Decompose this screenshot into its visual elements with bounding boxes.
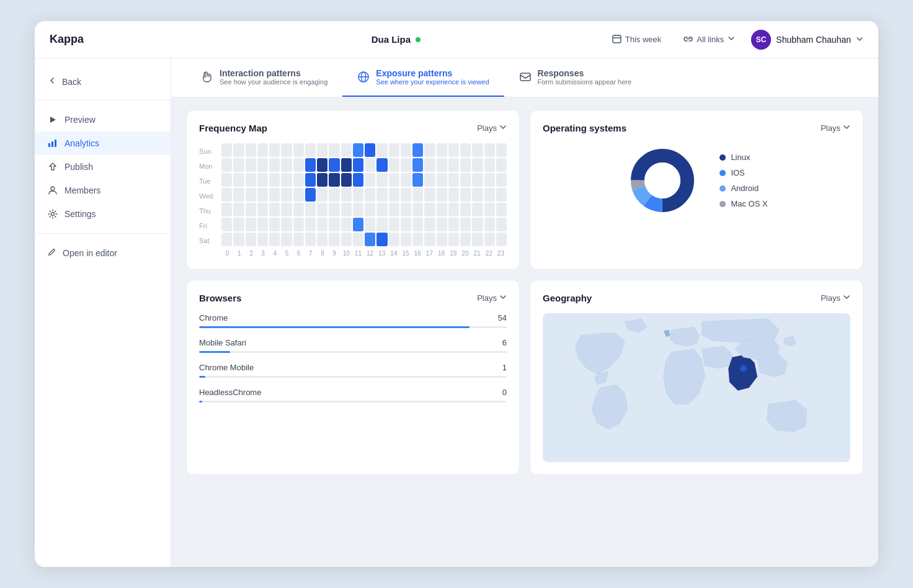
heatmap-cell xyxy=(293,143,304,157)
heatmap-hour-label: 14 xyxy=(388,250,399,257)
heatmap-cell xyxy=(257,188,268,202)
svg-rect-6 xyxy=(48,143,50,147)
all-links-button[interactable]: All links xyxy=(677,30,741,49)
legend-label: Android xyxy=(731,184,759,193)
heatmap-day-label: Mon xyxy=(199,159,216,173)
heatmap-cell xyxy=(460,158,471,172)
browser-count: 0 xyxy=(502,388,507,397)
sidebar-item-preview[interactable]: Preview xyxy=(35,108,171,131)
heatmap-cell xyxy=(484,203,495,216)
os-legend: LinuxIOSAndroidMac OS X xyxy=(719,153,767,208)
heatmap-cell xyxy=(305,143,316,157)
svg-point-20 xyxy=(644,163,680,198)
heatmap-cell xyxy=(365,158,375,172)
tab-responses-sublabel: Form submissions appear here xyxy=(538,78,632,86)
heatmap-day-label: Wed xyxy=(199,189,216,203)
user-menu[interactable]: SC Shubham Chauhan xyxy=(751,30,863,50)
heatmap-hour-label: 15 xyxy=(399,250,411,257)
tab-exposure[interactable]: Exposure patterns See where your experie… xyxy=(342,58,504,97)
operating-systems-card: Operating systems Plays xyxy=(530,110,863,270)
heatmap-cell xyxy=(389,143,399,157)
tab-exposure-sublabel: See where your experience is viewed xyxy=(376,78,489,86)
svg-rect-8 xyxy=(55,140,56,147)
heatmap-cell xyxy=(376,233,387,246)
os-control[interactable]: Plays xyxy=(821,123,850,133)
heatmap-cell xyxy=(257,158,268,172)
heatmap-cell xyxy=(376,203,387,216)
heatmap-hour-label: 19 xyxy=(447,250,459,257)
heatmap-hour-label: 16 xyxy=(412,250,424,257)
heatmap-cell xyxy=(281,233,292,246)
heatmap-x-labels: 01234567891011121314151617181920212223 xyxy=(221,250,507,257)
heatmap-cell xyxy=(317,233,327,246)
back-button[interactable]: Back xyxy=(35,71,171,92)
svg-rect-0 xyxy=(613,35,621,43)
heatmap-cell xyxy=(448,233,459,246)
heatmap-cell xyxy=(246,158,256,172)
heatmap-cell xyxy=(246,218,256,231)
heatmap-day-label: Thu xyxy=(199,204,216,218)
browsers-list: Chrome 54 Mobile Safari 6 Chrome Mobile … xyxy=(199,313,507,403)
os-donut-chart xyxy=(625,143,700,218)
sidebar-label-preview: Preview xyxy=(65,115,96,125)
browser-row: Chrome Mobile 1 xyxy=(199,363,507,378)
os-chevron xyxy=(843,123,850,133)
heatmap-cell xyxy=(496,233,507,246)
browsers-title: Browsers xyxy=(199,293,241,303)
heatmap-hour-label: 18 xyxy=(435,250,447,257)
svg-point-9 xyxy=(51,187,55,190)
heatmap-hour-label: 5 xyxy=(281,250,293,257)
tab-responses[interactable]: Responses Form submissions appear here xyxy=(504,58,647,97)
this-week-button[interactable]: This week xyxy=(606,30,668,49)
heatmap-cell xyxy=(233,158,244,172)
heatmap-cell xyxy=(341,188,352,202)
browsers-control-label: Plays xyxy=(477,293,497,303)
heatmap-cell xyxy=(221,158,232,172)
heatmap-cell xyxy=(424,188,435,202)
heatmap-cell xyxy=(233,188,244,202)
browser-count: 54 xyxy=(498,313,507,323)
browser-bar-fill xyxy=(199,401,202,403)
heatmap-hour-label: 12 xyxy=(364,250,376,257)
heatmap-hour-label: 1 xyxy=(233,250,245,257)
os-legend-item: Android xyxy=(719,184,767,193)
heatmap-cell xyxy=(353,218,363,231)
browser-row: HeadlessChrome 0 xyxy=(199,388,507,403)
browser-bar-bg xyxy=(199,376,507,378)
browser-count: 1 xyxy=(502,363,507,372)
sidebar-item-settings[interactable]: Settings xyxy=(35,202,171,226)
dashboard: Frequency Map Plays SunMonTueWedThuFriSa… xyxy=(171,97,878,488)
tab-responses-label: Responses xyxy=(538,68,632,78)
heatmap-cell xyxy=(269,233,280,246)
heatmap-cell xyxy=(353,233,363,246)
sidebar-item-publish[interactable]: Publish xyxy=(35,155,171,179)
sidebar-item-analytics[interactable]: Analytics xyxy=(35,131,171,155)
browser-name: Mobile Safari xyxy=(199,338,246,347)
heatmap-cell xyxy=(376,188,387,202)
geo-control[interactable]: Plays xyxy=(821,293,850,303)
heatmap-cell xyxy=(329,233,339,246)
tab-interaction-sublabel: See how your audience is engaging xyxy=(220,78,327,86)
heatmap-row-labels: SunMonTueWedThuFriSat xyxy=(199,143,216,257)
open-editor-button[interactable]: Open in editor xyxy=(35,241,171,265)
heatmap-cell xyxy=(401,143,411,157)
tab-interaction[interactable]: Interaction patterns See how your audien… xyxy=(186,58,342,97)
heatmap-hour-label: 23 xyxy=(495,250,507,257)
browsers-chevron xyxy=(499,293,507,303)
heatmap-cell xyxy=(341,158,352,172)
browsers-control[interactable]: Plays xyxy=(477,293,507,303)
heatmap-cell xyxy=(448,203,459,216)
freq-map-control[interactable]: Plays xyxy=(477,123,507,133)
sidebar-label-settings: Settings xyxy=(65,209,96,219)
heatmap-cell xyxy=(257,203,268,216)
chevron-down-icon xyxy=(728,35,735,44)
heatmap-cell xyxy=(233,173,244,187)
tab-bar: Interaction patterns See how your audien… xyxy=(171,58,878,97)
geography-card: Geography Plays xyxy=(530,280,863,475)
heatmap-cell xyxy=(472,203,483,216)
browser-bar-fill xyxy=(199,376,205,378)
svg-rect-7 xyxy=(51,141,53,147)
freq-map-control-label: Plays xyxy=(477,123,497,133)
heatmap-hour-label: 11 xyxy=(352,250,364,257)
sidebar-item-members[interactable]: Members xyxy=(35,179,171,202)
